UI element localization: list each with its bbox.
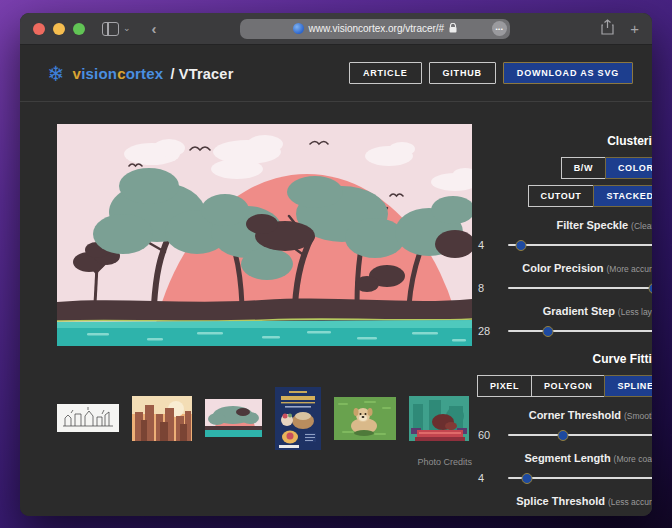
slider-thumb[interactable] <box>542 326 553 337</box>
color-precision-value: 8 <box>478 282 498 294</box>
thumbnail-city-sunset[interactable] <box>132 396 192 445</box>
segment-length-value: 4 <box>478 472 498 484</box>
corner-threshold-value: 60 <box>478 429 498 441</box>
segment-length-label: Segment Length(More coarse) <box>524 452 652 464</box>
slider-thumb[interactable] <box>558 430 569 441</box>
address-bar[interactable]: www.visioncortex.org/vtracer/# ••• <box>240 19 510 39</box>
layering-segmented-control: CUTOUT STACKED <box>529 185 652 207</box>
spline-mode-button[interactable]: SPLINE <box>604 375 652 397</box>
splice-threshold-slider[interactable] <box>508 515 652 516</box>
lock-icon <box>449 23 457 35</box>
filter-speckle-value: 4 <box>478 239 498 251</box>
sidebar-toggle-icon[interactable] <box>102 22 119 36</box>
clustering-title: Clustering <box>607 134 652 148</box>
site-title: visioncortex/ VTracer <box>73 65 234 82</box>
gradient-step-group: Gradient Step(Less layers) 28 <box>478 305 652 342</box>
new-tab-button[interactable]: + <box>630 21 639 36</box>
slider-thumb[interactable] <box>522 473 533 484</box>
gradient-step-value: 28 <box>478 325 498 337</box>
back-button[interactable]: ‹ <box>152 21 157 36</box>
vtracer-page: ❄ visioncortex/ VTracer ARTICLE GITHUB D… <box>20 45 652 516</box>
splice-threshold-group: Splice Threshold(Less accurate) 45 <box>478 495 652 516</box>
curve-fitting-segmented-control: PIXEL POLYGON SPLINE <box>478 375 652 397</box>
corner-threshold-group: Corner Threshold(Smoother) 60 <box>478 409 652 446</box>
slider-thumb[interactable] <box>648 283 652 294</box>
thumbnail-forest-pink-sky[interactable] <box>205 399 262 441</box>
download-svg-button[interactable]: DOWNLOAD AS SVG <box>503 62 633 84</box>
github-button[interactable]: GITHUB <box>429 62 496 84</box>
chevron-down-icon[interactable]: ⌄ <box>123 24 131 33</box>
splice-threshold-label: Splice Threshold(Less accurate) <box>516 495 652 507</box>
close-window-button[interactable] <box>33 23 45 35</box>
bw-mode-button[interactable]: B/W <box>561 157 606 179</box>
thumbnail-dog-photo[interactable] <box>334 397 396 444</box>
reader-options-button[interactable]: ••• <box>492 21 507 36</box>
stacked-button[interactable]: STACKED <box>593 185 652 207</box>
photo-credits-link[interactable]: Photo Credits <box>57 457 472 467</box>
curve-fitting-title: Curve Fitting <box>593 352 652 366</box>
zoom-window-button[interactable] <box>73 23 85 35</box>
polygon-mode-button[interactable]: POLYGON <box>531 375 605 397</box>
gradient-step-label: Gradient Step(Less layers) <box>543 305 652 317</box>
visioncortex-logo-icon: ❄ <box>47 63 65 84</box>
thumbnail-pixel-art-scene[interactable] <box>409 396 469 445</box>
slider-thumb[interactable] <box>515 240 526 251</box>
cutout-button[interactable]: CUTOUT <box>528 185 595 207</box>
sample-gallery <box>57 388 472 452</box>
traffic-lights <box>33 23 85 35</box>
segment-length-slider[interactable] <box>508 472 652 484</box>
corner-threshold-slider[interactable] <box>508 429 652 441</box>
filter-speckle-slider[interactable] <box>508 239 652 251</box>
thumbnail-new-arrivals-poster[interactable] <box>275 387 321 454</box>
mode-segmented-control: B/W COLOR <box>562 157 652 179</box>
filter-speckle-label: Filter Speckle(Cleaner) <box>557 219 652 231</box>
color-precision-slider[interactable] <box>508 282 652 294</box>
traced-image-preview <box>57 124 472 346</box>
color-precision-group: Color Precision(More accurate) 8 <box>478 262 652 299</box>
splice-threshold-value: 45 <box>478 515 498 516</box>
share-icon[interactable] <box>601 19 614 39</box>
site-header: ❄ visioncortex/ VTracer ARTICLE GITHUB D… <box>20 45 652 102</box>
browser-toolbar: ⌄ ‹ www.visioncortex.org/vtracer/# ••• + <box>20 13 652 45</box>
color-precision-label: Color Precision(More accurate) <box>522 262 652 274</box>
gradient-step-slider[interactable] <box>508 325 652 337</box>
color-mode-button[interactable]: COLOR <box>605 157 652 179</box>
corner-threshold-label: Corner Threshold(Smoother) <box>529 409 652 421</box>
site-logo[interactable]: ❄ visioncortex/ VTracer <box>47 63 233 84</box>
article-button[interactable]: ARTICLE <box>349 62 422 84</box>
app-name: / VTracer <box>170 66 233 82</box>
filter-speckle-group: Filter Speckle(Cleaner) 4 <box>478 219 652 256</box>
pixel-mode-button[interactable]: PIXEL <box>477 375 532 397</box>
minimize-window-button[interactable] <box>53 23 65 35</box>
segment-length-group: Segment Length(More coarse) 4 <box>478 452 652 489</box>
thumbnail-castle-sketch[interactable] <box>57 404 119 436</box>
url-text: www.visioncortex.org/vtracer/# <box>309 23 445 34</box>
browser-window: ⌄ ‹ www.visioncortex.org/vtracer/# ••• +… <box>20 13 652 516</box>
controls-panel: Clustering B/W COLOR CUTOUT STACKED Filt… <box>478 124 652 516</box>
site-favicon <box>293 23 304 34</box>
forest-illustration <box>57 124 472 346</box>
